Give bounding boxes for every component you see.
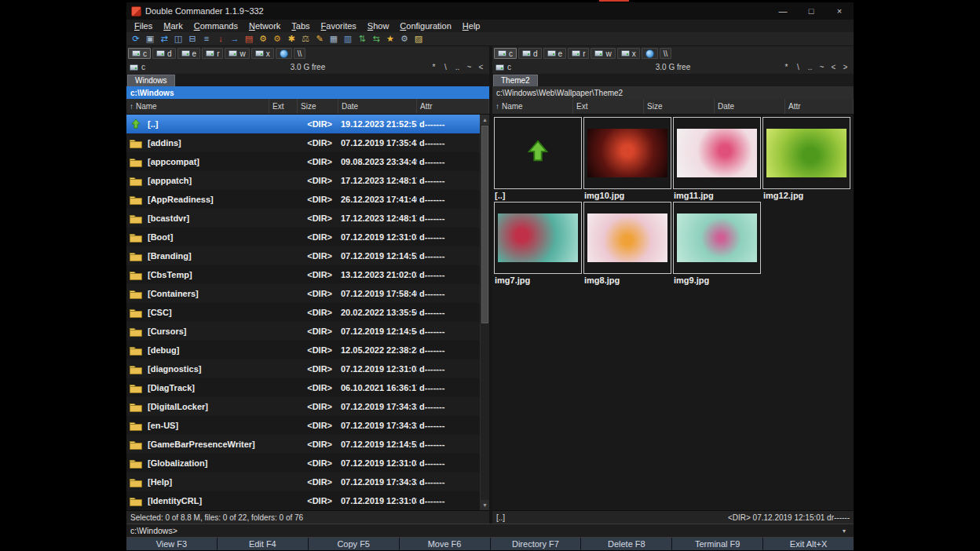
- titlebar[interactable]: Double Commander 1.1.9~332 —□×: [126, 2, 854, 20]
- menu-mark[interactable]: Mark: [158, 21, 188, 31]
- thumb-item[interactable]: img7.jpg: [494, 202, 582, 285]
- scrollbar-thumb[interactable]: [481, 126, 488, 323]
- flat-view-icon[interactable]: ≡: [200, 33, 213, 45]
- thumb-item[interactable]: img10.jpg: [583, 117, 671, 200]
- file-row[interactable]: [AppReadiness]<DIR>26.12.2023 17:41:40d-…: [126, 190, 480, 209]
- file-row[interactable]: [appcompat]<DIR>09.08.2023 23:34:49d----…: [126, 152, 480, 171]
- scroll-down-icon[interactable]: ▼: [481, 500, 489, 510]
- drive-r-button[interactable]: r: [202, 48, 223, 59]
- minimize-button[interactable]: —: [769, 2, 797, 20]
- file-row[interactable]: [Globalization]<DIR>07.12.2019 12:31:03d…: [126, 454, 480, 473]
- file-row[interactable]: [debug]<DIR>12.05.2022 22:38:23d-------: [126, 341, 480, 359]
- column-header-date[interactable]: Date: [715, 99, 785, 114]
- file-row[interactable]: [diagnostics]<DIR>07.12.2019 12:31:03d--…: [126, 359, 480, 378]
- move-to-icon[interactable]: →: [229, 33, 241, 45]
- maximize-button[interactable]: □: [797, 2, 825, 20]
- folder-tools-icon[interactable]: ▨: [412, 33, 425, 45]
- column-header-date[interactable]: Date: [338, 99, 417, 114]
- save-icon[interactable]: ▥: [342, 33, 354, 45]
- fkey-alt-x[interactable]: Exit Alt+X: [763, 538, 854, 550]
- nav-back-button[interactable]: <: [476, 62, 486, 72]
- terminal-icon[interactable]: ▣: [144, 33, 156, 45]
- drive-c-button[interactable]: c: [128, 48, 151, 59]
- file-row[interactable]: [GameBarPresenceWriter]<DIR>07.12.2019 1…: [126, 435, 480, 454]
- unc-path-button[interactable]: \\: [660, 48, 672, 59]
- pack-icon[interactable]: ⚙: [257, 33, 269, 45]
- unpack-icon[interactable]: ⚙: [271, 33, 283, 45]
- scroll-up-icon[interactable]: ▲: [481, 115, 489, 125]
- options-icon[interactable]: ⚙: [398, 33, 411, 45]
- file-row[interactable]: [en-US]<DIR>07.12.2019 17:34:32d-------: [126, 416, 480, 435]
- column-header-size[interactable]: Size: [644, 99, 715, 114]
- file-row[interactable]: [Branding]<DIR>07.12.2019 12:14:52d-----…: [126, 246, 480, 265]
- network-drives-button[interactable]: [276, 48, 292, 59]
- nav-home-button[interactable]: ~: [464, 62, 474, 72]
- edit-file-icon[interactable]: ✎: [313, 33, 326, 45]
- nav-star-button[interactable]: *: [429, 62, 439, 72]
- left-scrollbar[interactable]: ▲ ▼: [480, 115, 489, 510]
- menu-files[interactable]: Files: [129, 21, 158, 31]
- tab-theme2[interactable]: Theme2: [493, 75, 538, 86]
- copy-files-icon[interactable]: ▤: [243, 33, 255, 45]
- drive-c-button[interactable]: c: [494, 48, 517, 59]
- nav-home-button[interactable]: ~: [817, 62, 827, 72]
- drive-x-button[interactable]: x: [617, 48, 640, 59]
- nav-root-button[interactable]: \: [793, 62, 803, 72]
- fkey-f7[interactable]: Directory F7: [491, 538, 581, 550]
- drive-e-button[interactable]: e: [177, 48, 201, 59]
- drive-r-button[interactable]: r: [568, 48, 589, 59]
- tab-windows[interactable]: Windows: [127, 75, 175, 86]
- compare-contents-icon[interactable]: ⚖: [299, 33, 312, 45]
- column-header-ext[interactable]: Ext: [269, 99, 298, 114]
- file-row[interactable]: [IdentityCRL]<DIR>07.12.2019 12:31:03d--…: [126, 491, 480, 510]
- file-row[interactable]: [apppatch]<DIR>17.12.2023 12:48:17d-----…: [126, 171, 480, 190]
- favorites-icon[interactable]: ★: [384, 33, 397, 45]
- menu-favorites[interactable]: Favorites: [316, 21, 362, 31]
- fkey-f9[interactable]: Terminal F9: [672, 538, 762, 550]
- thumb-item[interactable]: img12.jpg: [762, 117, 850, 200]
- horizontal-panels-icon[interactable]: ⊟: [186, 33, 199, 45]
- left-path-bar[interactable]: c:\Windows: [126, 86, 489, 99]
- nav-root-button[interactable]: \: [441, 62, 451, 72]
- command-line[interactable]: c:\Windows> ▼: [126, 524, 854, 538]
- menu-tabs[interactable]: Tabs: [286, 21, 315, 31]
- file-row[interactable]: [Cursors]<DIR>07.12.2019 12:14:54d------…: [126, 322, 480, 341]
- menu-commands[interactable]: Commands: [188, 21, 243, 31]
- calculator-icon[interactable]: ▦: [327, 33, 340, 45]
- vertical-panels-icon[interactable]: ◫: [172, 33, 185, 45]
- file-row[interactable]: [DigitalLocker]<DIR>07.12.2019 17:34:32d…: [126, 397, 480, 416]
- file-row[interactable]: [DiagTrack]<DIR>06.10.2021 16:36:17d----…: [126, 378, 480, 397]
- swap-panes-icon[interactable]: ⇄: [158, 33, 170, 45]
- column-header-name[interactable]: ↑Name: [126, 99, 269, 114]
- file-row[interactable]: [addins]<DIR>07.12.2019 17:35:43d-------: [126, 133, 480, 152]
- search-files-icon[interactable]: ✱: [285, 33, 298, 45]
- nav-parent-button[interactable]: ..: [452, 62, 463, 72]
- menu-help[interactable]: Help: [457, 21, 486, 31]
- thumb-item[interactable]: [..]: [494, 117, 582, 200]
- file-row[interactable]: [Help]<DIR>07.12.2019 17:34:32d-------: [126, 473, 480, 491]
- column-header-attr[interactable]: Attr: [785, 99, 854, 114]
- thumb-item[interactable]: img11.jpg: [673, 117, 761, 200]
- fkey-f4[interactable]: Edit F4: [218, 538, 308, 550]
- menu-network[interactable]: Network: [243, 21, 286, 31]
- drive-w-button[interactable]: w: [225, 48, 249, 59]
- nav-parent-button[interactable]: ..: [805, 62, 815, 72]
- fkey-f6[interactable]: Move F6: [400, 538, 490, 550]
- column-header-name[interactable]: ↑Name: [492, 99, 573, 114]
- sync-dirs-icon[interactable]: ⇆: [370, 33, 382, 45]
- nav-star-button[interactable]: *: [781, 62, 792, 72]
- fkey-f5[interactable]: Copy F5: [309, 538, 399, 550]
- nav-back-button[interactable]: <: [828, 62, 839, 72]
- network-connect-icon[interactable]: ⇅: [356, 33, 368, 45]
- refresh-icon[interactable]: ⟳: [130, 33, 142, 45]
- drive-x-button[interactable]: x: [251, 48, 274, 59]
- right-current-drive-button[interactable]: c: [495, 63, 511, 71]
- file-row[interactable]: [CbsTemp]<DIR>13.12.2023 21:02:03d------…: [126, 265, 480, 284]
- left-current-drive-button[interactable]: c: [130, 63, 145, 71]
- drive-w-button[interactable]: w: [591, 48, 615, 59]
- menu-configuration[interactable]: Configuration: [394, 21, 456, 31]
- unc-path-button[interactable]: \\: [294, 48, 306, 59]
- file-row[interactable]: [Containers]<DIR>07.12.2019 17:58:40d---…: [126, 284, 480, 303]
- file-row[interactable]: [CSC]<DIR>20.02.2022 13:35:56d-------: [126, 303, 480, 322]
- column-header-size[interactable]: Size: [298, 99, 338, 114]
